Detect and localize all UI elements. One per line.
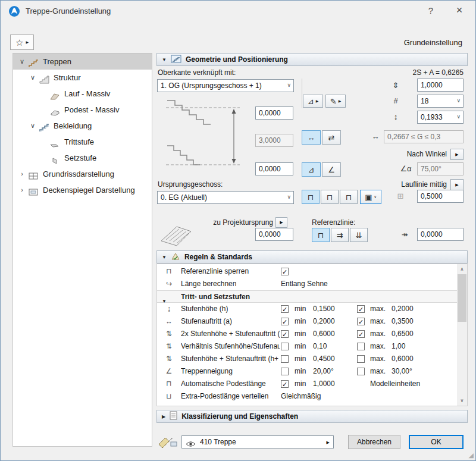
max-checkbox[interactable]: ✓ (357, 355, 365, 363)
top-offset-field[interactable]: 0,0000 (255, 106, 293, 120)
max-value[interactable]: 1,00 (392, 340, 405, 353)
flyout-arrow-icon: ▶ (455, 183, 458, 187)
tree-item-deckenspiegel[interactable]: › Deckenspiegel Darstellung (13, 182, 152, 198)
edit-pen-button[interactable]: ✎ ▶ (325, 95, 346, 108)
max-value[interactable]: 0,2000 (392, 303, 414, 315)
cancel-button[interactable]: Abbrechen (348, 435, 400, 449)
walkline-center-toggle[interactable]: ⊓ (321, 190, 339, 204)
max-checkbox[interactable]: ✓ (357, 343, 365, 350)
max-checkbox[interactable]: ✓ (357, 330, 365, 338)
tree-item-setzstufe[interactable]: Setzstufe (13, 150, 152, 166)
unit-value[interactable]: Modelleinheiten (370, 378, 420, 390)
walkline-left-toggle[interactable]: ⊓ (302, 190, 320, 204)
close-button[interactable]: × (450, 4, 468, 17)
resize-grip-icon[interactable]: ◢ (469, 451, 474, 459)
reference-lock-icon: ⊓ (162, 265, 176, 278)
reference-left-toggle[interactable]: ⊓ (312, 228, 330, 242)
riser-count-icon: # (387, 96, 404, 105)
lock-checkbox[interactable]: ✓ (281, 268, 289, 275)
origin-storey-combo[interactable]: 0. EG (Aktuell) ∨ (157, 191, 294, 204)
chevron-open-icon[interactable]: ∨ (29, 118, 37, 134)
tree-item-bekleidung[interactable]: ∨ Bekleidung (13, 118, 152, 134)
tree-item-label: Trittstufe (64, 134, 94, 150)
top-link-combo[interactable]: 1. OG (Ursprungsgeschoss + 1) ∨ (157, 79, 294, 92)
tread-lock-toggle[interactable]: ↔ (302, 130, 321, 145)
tree-item-lauf-massiv[interactable]: Lauf - Massiv (13, 86, 152, 102)
project-origin-field[interactable]: 0,0000 (255, 228, 293, 241)
flyout-arrow-icon: ▶ (339, 99, 342, 103)
distribute-value[interactable]: Gleichmäßig (281, 390, 321, 403)
angle-icon: ∠ (328, 165, 335, 174)
max-checkbox[interactable]: ✓ (357, 368, 365, 375)
angle-toggle[interactable]: ∠ (322, 162, 341, 177)
max-value[interactable]: 0,6500 (392, 328, 414, 340)
bottom-offset-field[interactable]: 0,0000 (255, 162, 293, 175)
help-button[interactable]: ? (422, 5, 440, 15)
landing-length-icon: ⊓ (162, 378, 176, 390)
slope-toggle[interactable]: ⊿ (302, 162, 321, 177)
reference-right-toggle[interactable]: ⇊ (350, 228, 368, 242)
min-value[interactable]: 0,2000 (313, 315, 335, 328)
min-label: min (295, 340, 306, 353)
reference-center-toggle[interactable]: ⇉ (331, 228, 349, 242)
classification-section-icon (170, 411, 177, 422)
min-value[interactable]: 1,0000 (313, 378, 335, 390)
max-value[interactable]: 0,6000 (392, 353, 414, 365)
tree-item-podest-massiv[interactable]: Podest - Massiv (13, 102, 152, 118)
tree-item-trittstufe[interactable]: Trittstufe (13, 134, 152, 150)
min-value[interactable]: 0,6000 (313, 328, 335, 340)
walkline-mode-icon: ▣ (365, 193, 372, 202)
section-title: Klassifizierung und Eigenschaften (181, 412, 298, 421)
flyout-arrow-icon: ▶ (280, 220, 283, 225)
walkline-mode-dropdown[interactable]: ▣ ∨ (360, 190, 381, 204)
chevron-closed-icon[interactable]: › (18, 182, 26, 198)
scroll-up-icon[interactable]: ∧ (457, 264, 467, 274)
tree-item-struktur[interactable]: ∨ Struktur (13, 70, 152, 86)
winder-toggle[interactable]: ⇄ (322, 130, 341, 145)
max-checkbox[interactable]: ✓ (357, 305, 365, 313)
riser-height-combo[interactable]: 0,1933 ∨ (417, 111, 464, 124)
walkline-right-toggle[interactable]: ⊓ (340, 190, 358, 204)
reference-offset-field[interactable]: 0,0000 (417, 228, 464, 241)
scroll-down-icon[interactable]: ∨ (457, 396, 467, 406)
favorites-button[interactable]: ☆ ▶ (10, 35, 34, 50)
min-checkbox[interactable]: ✓ (281, 343, 289, 350)
length-calc-value[interactable]: Entlang Sehne (281, 278, 328, 290)
chevron-closed-icon[interactable]: › (18, 166, 26, 182)
max-value[interactable]: 0,3500 (392, 315, 414, 328)
min-checkbox[interactable]: ✓ (281, 305, 289, 313)
project-origin-flyout-button[interactable]: ▶ (275, 217, 287, 228)
edit-segment-button[interactable]: ⊿ ▶ (303, 95, 323, 108)
rules-scrollbar[interactable]: ∧ ∨ (457, 264, 467, 406)
min-value[interactable]: 0,10 (313, 340, 327, 353)
min-value[interactable]: 0,1500 (313, 303, 335, 315)
reference-offset-icon: ↠ (396, 230, 414, 239)
walkline-offset-field[interactable]: 0,5000 (417, 190, 464, 203)
check-icon: ✓ (281, 268, 288, 275)
max-checkbox[interactable]: ✓ (357, 318, 365, 325)
tree-item-treppen[interactable]: ∨ Treppen (13, 54, 152, 70)
layer-selector[interactable]: 410 Treppe ▶ (181, 435, 334, 449)
blondel-rule-icon: ⇅ (162, 328, 176, 340)
total-height-field[interactable]: 1,0000 (417, 79, 464, 92)
section-header-klassifizierung[interactable]: ▶ Klassifizierung und Eigenschaften (156, 410, 468, 423)
min-checkbox[interactable]: ✓ (281, 368, 289, 375)
min-checkbox[interactable]: ✓ (281, 330, 289, 338)
section-header-regeln[interactable]: ▼ Regeln & Standards (156, 250, 468, 264)
section-header-geometrie[interactable]: ▼ Geometrie und Positionierung (156, 53, 468, 66)
chevron-open-icon[interactable]: ∨ (18, 54, 26, 70)
tree-item-grundrissdarstellung[interactable]: › Grundrissdarstellung (13, 166, 152, 182)
lauflinie-flyout-button[interactable]: ▶ (450, 179, 464, 190)
ok-button[interactable]: OK (409, 435, 464, 449)
riser-count-combo[interactable]: 18 ∨ (417, 95, 464, 108)
nach-winkel-flyout-button[interactable]: ▶ (450, 149, 464, 160)
max-value[interactable]: 30,00° (392, 365, 412, 378)
rule-subheader-tritt-setzstufen[interactable]: ▼ Tritt- und Setzstufen (157, 290, 457, 303)
min-checkbox[interactable]: ✓ (281, 318, 289, 325)
min-value[interactable]: 0,4500 (313, 353, 335, 365)
chevron-open-icon[interactable]: ∨ (29, 70, 37, 86)
scrollbar-thumb[interactable] (458, 274, 466, 322)
min-value[interactable]: 20,00° (313, 365, 334, 378)
min-checkbox[interactable]: ✓ (281, 380, 289, 388)
min-checkbox[interactable]: ✓ (281, 355, 289, 363)
